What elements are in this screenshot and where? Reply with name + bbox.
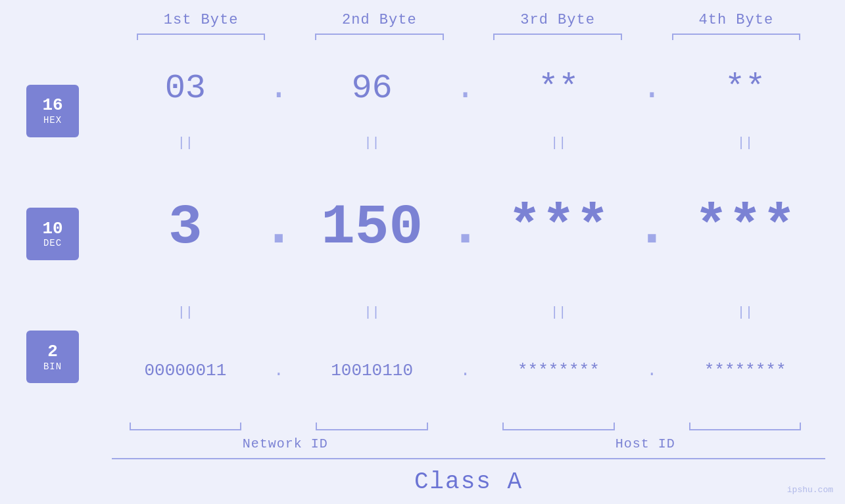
badge-dec-label: DEC <box>43 238 62 248</box>
equals-2-4: || <box>665 305 825 320</box>
bracket-cell-4 <box>647 31 825 43</box>
main-container: 1st Byte 2nd Byte 3rd Byte 4th Byte 16 H… <box>0 0 845 504</box>
network-bracket-right-col <box>292 423 452 430</box>
bytes-area: 03 . 96 . ** . ** || || || || 3 . <box>105 43 825 458</box>
dec-val-3: *** <box>479 195 639 260</box>
dec-sep-1: . <box>266 195 292 260</box>
content-area: 16 HEX 10 DEC 2 BIN 03 . 96 . ** . ** <box>0 43 845 458</box>
equals-row-2: || || || || <box>105 303 825 321</box>
bin-sep-1: . <box>266 361 292 380</box>
bracket-line-2 <box>315 34 443 40</box>
equals-1-2: || <box>292 135 452 150</box>
hex-sep-2: . <box>452 69 479 108</box>
bin-val-3: ******** <box>479 361 639 380</box>
badges-column: 16 HEX 10 DEC 2 BIN <box>26 43 105 458</box>
badge-dec: 10 DEC <box>26 208 79 260</box>
byte-header-4: 4th Byte <box>647 12 825 28</box>
dec-val-4: *** <box>665 195 825 260</box>
hex-val-3: ** <box>479 69 639 108</box>
badge-hex-number: 16 <box>42 96 62 115</box>
host-id-container: Host ID <box>466 436 826 451</box>
host-bracket-bar-2 <box>689 423 802 430</box>
badge-bin: 2 BIN <box>26 331 79 383</box>
network-id-container: Network ID <box>105 436 466 451</box>
bracket-line-4 <box>672 34 800 40</box>
bin-val-4: ******** <box>665 361 825 380</box>
dec-sep-3: . <box>639 195 665 260</box>
host-id-label: Host ID <box>616 436 675 451</box>
class-section: Class A <box>0 458 845 504</box>
network-bracket-left-col <box>105 423 266 430</box>
hex-sep-1: . <box>266 69 292 108</box>
hex-row: 03 . 96 . ** . ** <box>105 43 825 133</box>
bin-sep-3: . <box>639 361 665 380</box>
network-bracket-bar <box>130 423 242 430</box>
bracket-cell-2 <box>290 31 468 43</box>
dec-val-1: 3 <box>105 195 266 260</box>
badge-bin-label: BIN <box>43 361 62 372</box>
badge-bin-number: 2 <box>47 342 58 361</box>
byte-header-2: 2nd Byte <box>290 12 468 28</box>
byte-header-1: 1st Byte <box>112 12 290 28</box>
watermark: ipshu.com <box>787 485 833 495</box>
host-bracket-right-col <box>665 423 825 430</box>
top-bracket-row <box>0 31 845 43</box>
equals-2-2: || <box>292 305 452 320</box>
bracket-cell-1 <box>112 31 290 43</box>
equals-row-1: || || || || <box>105 133 825 152</box>
class-inner: Class A <box>112 458 825 504</box>
equals-1-1: || <box>105 135 266 150</box>
bin-row: 00000011 . 10010110 . ******** . *******… <box>105 321 825 420</box>
network-id-label: Network ID <box>243 436 328 451</box>
bracket-line-3 <box>493 34 621 40</box>
equals-2-1: || <box>105 305 266 320</box>
bin-val-1: 00000011 <box>105 361 266 380</box>
host-bracket-bar-1 <box>502 423 615 430</box>
dec-val-2: 150 <box>292 195 452 260</box>
byte-header-row: 1st Byte 2nd Byte 3rd Byte 4th Byte <box>0 0 845 28</box>
bracket-cell-3 <box>469 31 647 43</box>
badge-hex-label: HEX <box>43 115 62 126</box>
dec-row: 3 . 150 . *** . *** <box>105 152 825 303</box>
bin-val-2: 10010110 <box>292 361 452 380</box>
badge-dec-number: 10 <box>42 219 62 239</box>
id-labels-row: Network ID Host ID <box>105 432 825 455</box>
hex-val-4: ** <box>665 69 825 108</box>
hex-sep-3: . <box>639 69 665 108</box>
dec-sep-2: . <box>452 195 479 260</box>
equals-1-4: || <box>665 135 825 150</box>
network-bracket-bar-2 <box>316 423 428 430</box>
bracket-line-1 <box>137 34 265 40</box>
host-bracket-left-col <box>479 423 639 430</box>
equals-2-3: || <box>479 305 639 320</box>
bottom-bracket-lines <box>105 420 825 430</box>
equals-1-3: || <box>479 135 639 150</box>
badge-hex: 16 HEX <box>26 85 79 137</box>
hex-val-2: 96 <box>292 69 452 108</box>
class-label: Class A <box>414 469 523 495</box>
byte-header-3: 3rd Byte <box>469 12 647 28</box>
hex-val-1: 03 <box>105 69 266 108</box>
bin-sep-2: . <box>452 361 479 380</box>
